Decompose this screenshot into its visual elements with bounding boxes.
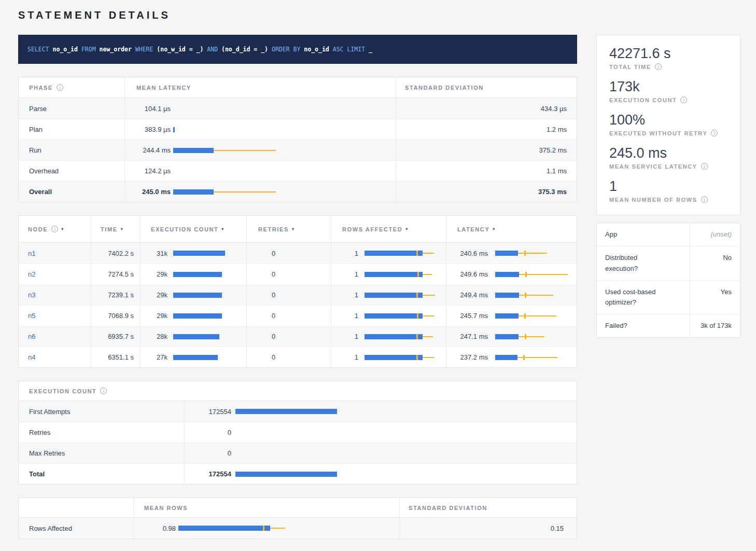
detail-value: No xyxy=(690,246,740,280)
retries-value: 0 xyxy=(247,264,331,284)
execution-count-bar xyxy=(173,334,246,340)
retries-value: 0 xyxy=(247,306,331,326)
phase-label: Overhead xyxy=(19,161,125,181)
node-table: NODE i ▾ TIME ▾ EXECUTION COUNT ▾ RETRIE… xyxy=(18,215,577,368)
sort-arrow-icon[interactable]: ▾ xyxy=(121,227,124,231)
time-value: 6935.7 s xyxy=(91,326,141,347)
table-row: Overall 245.0 ms 375.3 ms xyxy=(19,181,577,202)
execution-count-value: 29k xyxy=(149,270,167,278)
info-icon[interactable]: i xyxy=(701,196,708,203)
info-icon[interactable]: i xyxy=(51,226,58,232)
sort-arrow-icon[interactable]: ▾ xyxy=(493,227,496,231)
sql-token: AND xyxy=(207,46,218,53)
execution-count-bar xyxy=(173,250,246,256)
rows-affected-column-header[interactable]: ROWS AFFECTED ▾ xyxy=(331,216,446,242)
mean-rows-value: 0.98 xyxy=(134,525,176,532)
node-link[interactable]: n6 xyxy=(28,333,35,340)
sort-arrow-icon[interactable]: ▾ xyxy=(61,227,64,231)
sql-token: _ xyxy=(369,46,372,53)
info-icon[interactable]: i xyxy=(57,84,63,91)
retries-value: 0 xyxy=(247,285,331,305)
sort-arrow-icon[interactable]: ▾ xyxy=(405,227,409,231)
execution-count-column-header[interactable]: EXECUTION COUNT ▾ xyxy=(141,216,247,242)
table-row: n1 7402.2 s 31k 0 1 240.6 ms xyxy=(19,243,577,264)
node-link[interactable]: n3 xyxy=(28,291,35,299)
sql-token: (no_d_id = _) xyxy=(221,46,268,53)
table-row: First Attempts 172554 xyxy=(19,401,577,422)
rows-affected-label: Rows Affected xyxy=(19,518,134,539)
std-deviation-column-header: STANDARD DEVIATION xyxy=(396,77,578,98)
execution-count-bar xyxy=(235,408,572,415)
retries-value: 0 xyxy=(247,243,331,264)
page-title: STATEMENT DETAILS xyxy=(18,9,740,21)
node-link[interactable]: n1 xyxy=(28,250,35,257)
latency-value: 237.2 ms xyxy=(455,353,488,361)
sql-token: WHERE xyxy=(135,46,153,53)
statement-attributes-card: App (unset) Distributed execution? No Us… xyxy=(596,223,740,338)
node-link[interactable]: n2 xyxy=(28,270,35,278)
sql-token: ASC LIMIT xyxy=(333,46,365,53)
rows-affected-value: 1 xyxy=(340,353,358,361)
latency-column-header[interactable]: LATENCY ▾ xyxy=(446,216,578,242)
rows-affected-bar xyxy=(365,313,442,319)
info-icon[interactable]: i xyxy=(711,130,718,136)
stat-label: EXECUTED WITHOUT RETRYi xyxy=(609,130,727,136)
stat-value: 173k xyxy=(609,79,727,95)
table-row: Plan 383.9 µs 1.2 ms xyxy=(19,119,577,140)
retries-column-header[interactable]: RETRIES ▾ xyxy=(247,216,331,242)
execution-count-bar xyxy=(173,354,246,361)
execution-count-bar xyxy=(173,271,246,278)
std-deviation-column-header: STANDARD DEVIATION xyxy=(400,498,578,517)
table-row: n3 7239.1 s 29k 0 1 249.4 ms xyxy=(19,284,577,305)
table-row: n5 7068.9 s 29k 0 1 245.7 ms xyxy=(19,305,577,326)
main-column: SELECT no_o_id FROM new_order WHERE (no_… xyxy=(18,35,577,551)
info-icon[interactable]: i xyxy=(680,97,687,103)
sql-token: (no_w_id = _) xyxy=(157,46,203,53)
info-icon[interactable]: i xyxy=(655,63,662,70)
node-column-header[interactable]: NODE i ▾ xyxy=(19,216,91,242)
summary-sidebar: 42271.6 s TOTAL TIMEi 173k EXECUTION COU… xyxy=(596,35,740,338)
latency-bar xyxy=(495,271,573,278)
execution-count-bar xyxy=(235,471,572,477)
node-link[interactable]: n5 xyxy=(28,312,35,320)
latency-bar xyxy=(173,189,396,195)
detail-row-app: App (unset) xyxy=(597,223,740,246)
node-link[interactable]: n4 xyxy=(28,353,35,361)
latency-bar xyxy=(173,168,396,174)
exec-row-value: 0 xyxy=(185,429,231,436)
rows-affected-value: 1 xyxy=(340,333,358,340)
latency-value: 245.7 ms xyxy=(455,312,488,320)
exec-row-label: Max Retries xyxy=(19,443,185,463)
stat-value: 1 xyxy=(609,178,727,195)
mean-latency-value: 245.0 ms xyxy=(125,188,171,196)
execution-count-bar xyxy=(173,313,246,319)
sort-arrow-icon[interactable]: ▾ xyxy=(292,227,295,231)
info-icon[interactable]: i xyxy=(100,388,107,394)
mean-rows-bar xyxy=(178,525,394,531)
table-row: Total 172554 xyxy=(19,463,577,484)
phase-table-header: PHASE i MEAN LATENCY STANDARD DEVIATION xyxy=(19,77,577,98)
detail-label: Failed? xyxy=(597,314,690,337)
execution-count-bar xyxy=(235,450,572,457)
latency-value: 247.1 ms xyxy=(455,333,488,340)
stat-value: 100% xyxy=(609,112,727,128)
time-value: 7402.2 s xyxy=(91,243,141,264)
std-deviation-value: 434.3 µs xyxy=(396,98,578,119)
empty-column-header xyxy=(19,498,134,517)
phase-table: PHASE i MEAN LATENCY STANDARD DEVIATION … xyxy=(18,77,577,202)
detail-value: (unset) xyxy=(690,223,740,246)
phase-column-header: PHASE i xyxy=(19,77,125,98)
mean-latency-value: 244.4 ms xyxy=(125,146,171,154)
stat-label: EXECUTION COUNTi xyxy=(609,97,727,103)
detail-label: Distributed execution? xyxy=(597,246,690,280)
retries-value: 0 xyxy=(247,326,331,347)
info-icon[interactable]: i xyxy=(701,163,708,170)
latency-bar xyxy=(495,334,573,340)
time-column-header[interactable]: TIME ▾ xyxy=(91,216,141,242)
std-deviation-value: 375.2 ms xyxy=(396,140,578,160)
sort-arrow-icon[interactable]: ▾ xyxy=(221,227,225,231)
rows-affected-bar xyxy=(365,292,442,298)
std-deviation-value: 0.15 xyxy=(400,518,578,539)
table-row: Max Retries 0 xyxy=(19,443,577,463)
rows-affected-bar xyxy=(365,354,442,361)
